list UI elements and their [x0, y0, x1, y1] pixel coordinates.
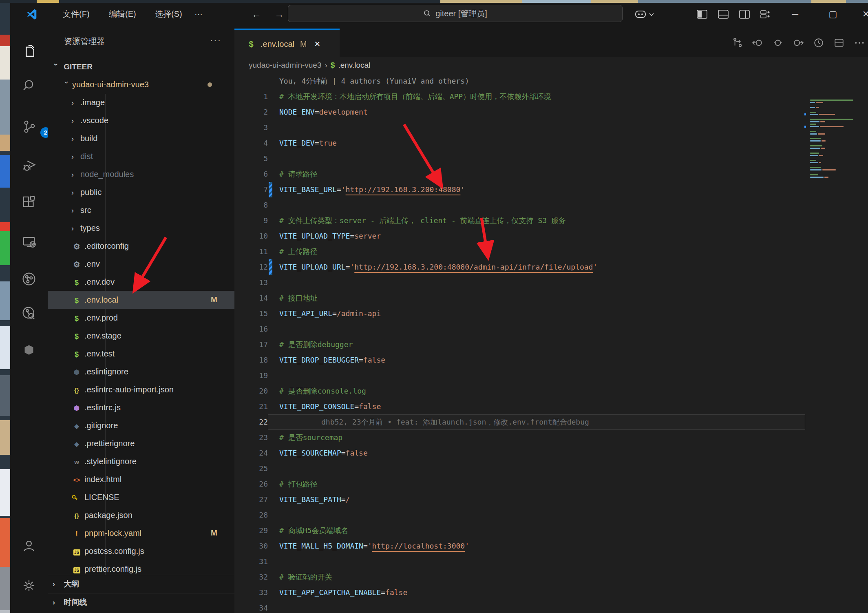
tree-item-postcss.config.js[interactable]: JSpostcss.config.js [48, 542, 234, 560]
code-line-29[interactable]: 29# 商城H5会员端域名 [234, 523, 868, 538]
code-line-1[interactable]: 1# 本地开发环境：本地启动所有项目（前端、后端、APP）时使用，不依赖外部环境 [234, 89, 868, 104]
tree-item-yudao-ui-admin-vue3[interactable]: ›yudao-ui-admin-vue3 [48, 75, 234, 93]
code-line-20[interactable]: 20# 是否删除console.log [234, 383, 868, 399]
activity-source-control-icon[interactable]: 2 [19, 117, 39, 136]
workspace-header[interactable]: › GITEER [48, 59, 234, 75]
code-line-6[interactable]: 6# 请求路径 [234, 166, 868, 182]
nav-forward-button[interactable]: → [273, 8, 286, 21]
code-line-3[interactable]: 3 [234, 120, 868, 135]
tree-item-.env.local[interactable]: $.env.localM [48, 291, 234, 309]
code-line-23[interactable]: 23# 是否sourcemap [234, 430, 868, 445]
close-button[interactable]: ✕ [853, 3, 868, 25]
code-area[interactable]: You, 4分钟前 | 4 authors (YunaiV and others… [234, 73, 868, 613]
tree-item-.eslintignore[interactable]: ⬢.eslintignore [48, 363, 234, 381]
copilot-icon[interactable] [635, 9, 655, 20]
code-line-14[interactable]: 14# 接口地址 [234, 290, 868, 306]
breadcrumb-folder[interactable]: yudao-ui-admin-vue3 [249, 61, 322, 70]
tree-item-.vscode[interactable]: ›.vscode [48, 111, 234, 129]
customize-layout-icon[interactable] [760, 9, 771, 20]
change-icon[interactable] [773, 38, 783, 48]
activity-explorer-icon[interactable] [19, 42, 39, 61]
git-compare-icon[interactable] [732, 38, 742, 48]
code-line-10[interactable]: 10VITE_UPLOAD_TYPE=server [234, 228, 868, 244]
activity-extensions-icon[interactable] [19, 193, 39, 212]
maximize-button[interactable]: ▢ [820, 3, 846, 25]
prev-change-icon[interactable] [752, 38, 763, 48]
tree-item-.env.prod[interactable]: $.env.prod [48, 309, 234, 327]
code-line-7[interactable]: 7VITE_BASE_URL='http://192.168.3.200:480… [234, 182, 868, 197]
tree-item-.prettierignore[interactable]: ◆.prettierignore [48, 434, 234, 452]
outline-section[interactable]: › 大纲 [48, 575, 234, 593]
command-center-search[interactable]: giteer [管理员] [288, 5, 623, 22]
minimize-button[interactable]: ─ [782, 3, 808, 25]
menu-3[interactable]: ··· [189, 3, 208, 25]
breadcrumb-file[interactable]: .env.local [338, 61, 370, 70]
code-line-19[interactable]: 19 [234, 368, 868, 383]
next-change-icon[interactable] [793, 38, 804, 48]
code-line-27[interactable]: 27VITE_BASE_PATH=/ [234, 492, 868, 507]
code-line-26[interactable]: 26# 打包路径 [234, 476, 868, 492]
code-line-8[interactable]: 8 [234, 197, 868, 213]
tree-item-.stylelintignore[interactable]: ᴡ.stylelintignore [48, 452, 234, 470]
tree-item-index.html[interactable]: <>index.html [48, 470, 234, 488]
breadcrumb[interactable]: yudao-ui-admin-vue3 › $ .env.local [234, 57, 868, 73]
tree-item-public[interactable]: ›public [48, 183, 234, 201]
tree-item-.gitignore[interactable]: ◆.gitignore [48, 416, 234, 434]
menu-0[interactable]: 文件(F) [57, 3, 95, 25]
split-editor-icon[interactable] [834, 38, 844, 48]
code-line-33[interactable]: 33VITE_APP_CAPTCHA_ENABLE=false [234, 585, 868, 600]
code-line-34[interactable]: 34 [234, 600, 868, 613]
tree-item-.editorconfig[interactable]: ⚙.editorconfig [48, 237, 234, 255]
code-line-28[interactable]: 28 [234, 507, 868, 523]
timeline-section[interactable]: › 时间线 [48, 593, 234, 611]
minimap[interactable] [804, 51, 868, 185]
tree-item-.env[interactable]: ⚙.env [48, 255, 234, 273]
tree-item-.env.stage[interactable]: $.env.stage [48, 327, 234, 345]
code-line-2[interactable]: 2NODE_ENV=development [234, 104, 868, 120]
code-line-17[interactable]: 17# 是否删除debugger [234, 337, 868, 352]
tree-item-LICENSE[interactable]: LICENSE [48, 488, 234, 506]
menu-2[interactable]: 选择(S) [149, 3, 188, 25]
menu-1[interactable]: 编辑(E) [103, 3, 142, 25]
code-line-5[interactable]: 5 [234, 151, 868, 166]
activity-remote-explorer-icon[interactable] [19, 232, 39, 252]
code-line-16[interactable]: 16 [234, 321, 868, 337]
code-line-31[interactable]: 31 [234, 554, 868, 569]
tree-item-.eslintrc-auto-import.json[interactable]: {}.eslintrc-auto-import.json [48, 381, 234, 398]
code-line-24[interactable]: 24VITE_SOURCEMAP=false [234, 445, 868, 461]
code-line-13[interactable]: 13 [234, 275, 868, 290]
nav-back-button[interactable]: ← [250, 8, 263, 21]
activity-account-icon[interactable] [19, 536, 39, 555]
code-line-4[interactable]: 4VITE_DEV=true [234, 135, 868, 151]
toggle-secondary-sidebar-icon[interactable] [739, 9, 750, 20]
tree-item-dist[interactable]: ›dist [48, 147, 234, 165]
activity-settings-icon[interactable] [19, 576, 39, 595]
tree-item-src[interactable]: ›src [48, 201, 234, 219]
tree-item-.env.dev[interactable]: $.env.dev [48, 273, 234, 291]
tab-close-icon[interactable]: ✕ [314, 40, 320, 49]
more-actions-icon[interactable] [854, 38, 865, 48]
code-line-15[interactable]: 15VITE_API_URL=/admin-api [234, 306, 868, 321]
activity-run-debug-icon[interactable] [19, 155, 39, 175]
code-line-21[interactable]: 21VITE_DROP_CONSOLE=false [234, 399, 868, 414]
code-line-9[interactable]: 9# 文件上传类型：server - 后端上传， client - 前端直连上传… [234, 213, 868, 228]
sidebar-more-actions[interactable]: ··· [210, 35, 221, 46]
tree-item-.image[interactable]: ›.image [48, 93, 234, 111]
tab-env-local[interactable]: $ .env.local M ✕ [234, 29, 340, 58]
code-line-32[interactable]: 32# 验证码的开关 [234, 569, 868, 585]
code-line-18[interactable]: 18VITE_DROP_DEBUGGER=false [234, 352, 868, 368]
code-line-30[interactable]: 30VITE_MALL_H5_DOMAIN='http://localhost:… [234, 538, 868, 554]
tree-item-build[interactable]: ›build [48, 129, 234, 147]
tree-item-pnpm-lock.yaml[interactable]: !pnpm-lock.yamlM [48, 524, 234, 542]
tree-item-package.json[interactable]: {}package.json [48, 506, 234, 524]
tree-item-.env.test[interactable]: $.env.test [48, 345, 234, 363]
activity-git-search-icon[interactable] [19, 303, 39, 323]
toggle-primary-sidebar-icon[interactable] [696, 9, 708, 20]
toggle-panel-icon[interactable] [718, 9, 729, 20]
activity-git-graph-icon[interactable] [19, 269, 39, 289]
tree-item-node_modules[interactable]: ›node_modules [48, 165, 234, 183]
history-icon[interactable] [813, 38, 824, 48]
code-line-25[interactable]: 25 [234, 461, 868, 476]
activity-search-icon[interactable] [19, 75, 39, 95]
code-line-11[interactable]: 11# 上传路径 [234, 244, 868, 259]
